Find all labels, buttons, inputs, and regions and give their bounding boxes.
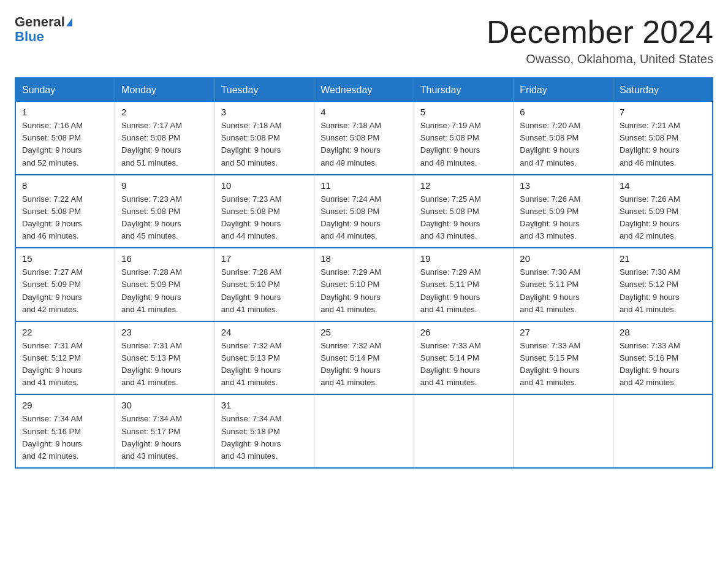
day-number: 15 — [22, 253, 108, 264]
day-info: Sunrise: 7:34 AM Sunset: 5:18 PM Dayligh… — [221, 413, 308, 462]
day-number: 21 — [620, 253, 706, 264]
calendar-cell: 17Sunrise: 7:28 AM Sunset: 5:10 PM Dayli… — [214, 248, 314, 321]
calendar-cell: 10Sunrise: 7:23 AM Sunset: 5:08 PM Dayli… — [214, 175, 314, 248]
day-number: 24 — [221, 327, 308, 337]
day-number: 5 — [420, 107, 507, 117]
calendar-cell: 1Sunrise: 7:16 AM Sunset: 5:08 PM Daylig… — [15, 102, 115, 175]
location-title: Owasso, Oklahoma, United States — [487, 52, 713, 66]
day-info: Sunrise: 7:26 AM Sunset: 5:09 PM Dayligh… — [620, 193, 706, 243]
logo-blue-text: Blue — [15, 29, 44, 44]
calendar-table: SundayMondayTuesdayWednesdayThursdayFrid… — [15, 77, 713, 469]
calendar-cell: 14Sunrise: 7:26 AM Sunset: 5:09 PM Dayli… — [613, 175, 713, 248]
day-info: Sunrise: 7:31 AM Sunset: 5:12 PM Dayligh… — [22, 340, 108, 389]
day-number: 25 — [320, 327, 408, 337]
weekday-header-thursday: Thursday — [414, 78, 514, 102]
day-info: Sunrise: 7:18 AM Sunset: 5:08 PM Dayligh… — [320, 120, 408, 169]
day-number: 4 — [320, 107, 408, 117]
day-info: Sunrise: 7:20 AM Sunset: 5:08 PM Dayligh… — [520, 120, 607, 169]
week-row-3: 15Sunrise: 7:27 AM Sunset: 5:09 PM Dayli… — [15, 248, 713, 321]
calendar-cell: 28Sunrise: 7:33 AM Sunset: 5:16 PM Dayli… — [613, 321, 713, 395]
day-number: 20 — [520, 253, 607, 264]
day-number: 2 — [121, 107, 208, 117]
page-header: General Blue December 2024 Owasso, Oklah… — [15, 15, 713, 66]
calendar-cell: 23Sunrise: 7:31 AM Sunset: 5:13 PM Dayli… — [115, 321, 215, 395]
calendar-cell — [514, 394, 613, 468]
day-number: 6 — [520, 107, 607, 117]
calendar-cell — [414, 394, 514, 468]
calendar-cell: 31Sunrise: 7:34 AM Sunset: 5:18 PM Dayli… — [214, 394, 314, 468]
day-info: Sunrise: 7:23 AM Sunset: 5:08 PM Dayligh… — [121, 193, 208, 243]
day-number: 12 — [420, 180, 507, 191]
calendar-cell: 5Sunrise: 7:19 AM Sunset: 5:08 PM Daylig… — [414, 102, 514, 175]
week-row-2: 8Sunrise: 7:22 AM Sunset: 5:08 PM Daylig… — [15, 175, 713, 248]
day-info: Sunrise: 7:33 AM Sunset: 5:15 PM Dayligh… — [520, 340, 607, 389]
day-number: 17 — [221, 253, 308, 264]
day-number: 22 — [22, 327, 108, 337]
day-info: Sunrise: 7:21 AM Sunset: 5:08 PM Dayligh… — [620, 120, 706, 169]
calendar-cell: 30Sunrise: 7:34 AM Sunset: 5:17 PM Dayli… — [115, 394, 215, 468]
calendar-cell: 13Sunrise: 7:26 AM Sunset: 5:09 PM Dayli… — [514, 175, 613, 248]
title-area: December 2024 Owasso, Oklahoma, United S… — [487, 15, 713, 66]
day-info: Sunrise: 7:34 AM Sunset: 5:16 PM Dayligh… — [22, 413, 108, 462]
calendar-cell: 15Sunrise: 7:27 AM Sunset: 5:09 PM Dayli… — [15, 248, 115, 321]
logo: General Blue — [15, 15, 72, 44]
day-info: Sunrise: 7:18 AM Sunset: 5:08 PM Dayligh… — [221, 120, 308, 169]
week-row-4: 22Sunrise: 7:31 AM Sunset: 5:12 PM Dayli… — [15, 321, 713, 395]
day-info: Sunrise: 7:33 AM Sunset: 5:14 PM Dayligh… — [420, 340, 507, 389]
day-info: Sunrise: 7:32 AM Sunset: 5:14 PM Dayligh… — [320, 340, 408, 389]
calendar-cell: 9Sunrise: 7:23 AM Sunset: 5:08 PM Daylig… — [115, 175, 215, 248]
day-number: 8 — [22, 180, 108, 191]
day-info: Sunrise: 7:22 AM Sunset: 5:08 PM Dayligh… — [22, 193, 108, 243]
weekday-header-tuesday: Tuesday — [214, 78, 314, 102]
weekday-header-saturday: Saturday — [613, 78, 713, 102]
day-info: Sunrise: 7:29 AM Sunset: 5:10 PM Dayligh… — [320, 266, 408, 316]
calendar-cell: 7Sunrise: 7:21 AM Sunset: 5:08 PM Daylig… — [613, 102, 713, 175]
weekday-header-monday: Monday — [115, 78, 215, 102]
day-info: Sunrise: 7:28 AM Sunset: 5:09 PM Dayligh… — [121, 266, 208, 316]
calendar-cell: 16Sunrise: 7:28 AM Sunset: 5:09 PM Dayli… — [115, 248, 215, 321]
day-info: Sunrise: 7:31 AM Sunset: 5:13 PM Dayligh… — [121, 340, 208, 389]
week-row-5: 29Sunrise: 7:34 AM Sunset: 5:16 PM Dayli… — [15, 394, 713, 468]
calendar-cell: 27Sunrise: 7:33 AM Sunset: 5:15 PM Dayli… — [514, 321, 613, 395]
day-number: 16 — [121, 253, 208, 264]
day-number: 7 — [620, 107, 706, 117]
day-number: 28 — [620, 327, 706, 337]
day-number: 10 — [221, 180, 308, 191]
day-info: Sunrise: 7:26 AM Sunset: 5:09 PM Dayligh… — [520, 193, 607, 243]
day-number: 26 — [420, 327, 507, 337]
day-info: Sunrise: 7:19 AM Sunset: 5:08 PM Dayligh… — [420, 120, 507, 169]
calendar-cell: 3Sunrise: 7:18 AM Sunset: 5:08 PM Daylig… — [214, 102, 314, 175]
calendar-cell: 26Sunrise: 7:33 AM Sunset: 5:14 PM Dayli… — [414, 321, 514, 395]
day-number: 14 — [620, 180, 706, 191]
calendar-cell: 29Sunrise: 7:34 AM Sunset: 5:16 PM Dayli… — [15, 394, 115, 468]
day-info: Sunrise: 7:17 AM Sunset: 5:08 PM Dayligh… — [121, 120, 208, 169]
calendar-cell: 20Sunrise: 7:30 AM Sunset: 5:11 PM Dayli… — [514, 248, 613, 321]
day-info: Sunrise: 7:30 AM Sunset: 5:11 PM Dayligh… — [520, 266, 607, 316]
day-info: Sunrise: 7:23 AM Sunset: 5:08 PM Dayligh… — [221, 193, 308, 243]
day-number: 11 — [320, 180, 408, 191]
calendar-cell: 4Sunrise: 7:18 AM Sunset: 5:08 PM Daylig… — [314, 102, 414, 175]
weekday-header-sunday: Sunday — [15, 78, 115, 102]
day-number: 23 — [121, 327, 208, 337]
day-number: 18 — [320, 253, 408, 264]
calendar-cell: 21Sunrise: 7:30 AM Sunset: 5:12 PM Dayli… — [613, 248, 713, 321]
weekday-header-wednesday: Wednesday — [314, 78, 414, 102]
day-info: Sunrise: 7:32 AM Sunset: 5:13 PM Dayligh… — [221, 340, 308, 389]
day-info: Sunrise: 7:30 AM Sunset: 5:12 PM Dayligh… — [620, 266, 706, 316]
day-info: Sunrise: 7:25 AM Sunset: 5:08 PM Dayligh… — [420, 193, 507, 243]
day-info: Sunrise: 7:27 AM Sunset: 5:09 PM Dayligh… — [22, 266, 108, 316]
day-info: Sunrise: 7:34 AM Sunset: 5:17 PM Dayligh… — [121, 413, 208, 462]
weekday-header-friday: Friday — [514, 78, 613, 102]
logo-general-text: General — [15, 15, 65, 29]
day-info: Sunrise: 7:28 AM Sunset: 5:10 PM Dayligh… — [221, 266, 308, 316]
calendar-cell: 18Sunrise: 7:29 AM Sunset: 5:10 PM Dayli… — [314, 248, 414, 321]
day-info: Sunrise: 7:16 AM Sunset: 5:08 PM Dayligh… — [22, 120, 108, 169]
day-number: 19 — [420, 253, 507, 264]
day-number: 31 — [221, 400, 308, 410]
calendar-cell: 24Sunrise: 7:32 AM Sunset: 5:13 PM Dayli… — [214, 321, 314, 395]
day-number: 27 — [520, 327, 607, 337]
day-info: Sunrise: 7:33 AM Sunset: 5:16 PM Dayligh… — [620, 340, 706, 389]
month-title: December 2024 — [487, 15, 713, 50]
week-row-1: 1Sunrise: 7:16 AM Sunset: 5:08 PM Daylig… — [15, 102, 713, 175]
day-info: Sunrise: 7:29 AM Sunset: 5:11 PM Dayligh… — [420, 266, 507, 316]
